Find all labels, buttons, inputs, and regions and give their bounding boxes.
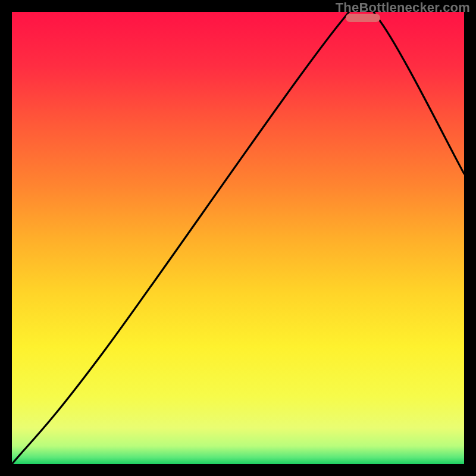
chart-svg xyxy=(12,12,464,464)
plot-area xyxy=(12,12,464,464)
highlight-marker xyxy=(346,14,380,22)
chart-frame: TheBottlenecker.com xyxy=(0,0,476,476)
gradient-rect xyxy=(12,12,464,464)
